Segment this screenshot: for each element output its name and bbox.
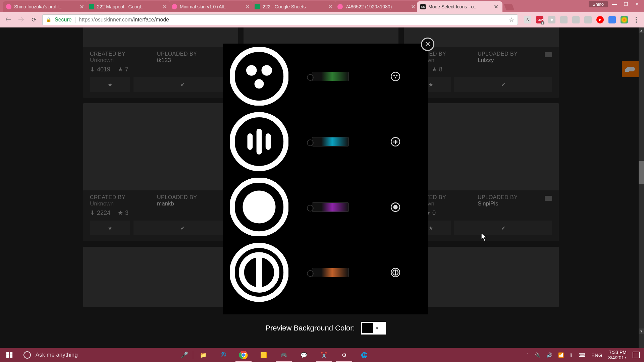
mode-icons-modal: ✕ [223, 44, 428, 314]
favicon-osu-icon [6, 4, 11, 9]
cortana-search[interactable]: Ask me anything 🎤 [19, 351, 193, 359]
svg-rect-15 [266, 133, 271, 150]
extension-generic-icon[interactable] [572, 16, 580, 23]
mode-taiko-swatch[interactable] [312, 202, 349, 212]
extension-translate-icon[interactable] [608, 16, 616, 23]
task-chrome[interactable] [233, 348, 254, 362]
extension-generic-icon[interactable] [584, 16, 592, 23]
task-line[interactable]: 💬 [294, 348, 314, 362]
svg-point-4 [232, 49, 286, 103]
action-center-icon[interactable] [633, 352, 640, 358]
svg-point-8 [391, 72, 400, 81]
tray-volume-icon[interactable]: 🔊 [546, 352, 552, 358]
svg-point-23 [393, 205, 397, 209]
forward-button[interactable]: 🡢 [17, 15, 25, 24]
favicon-sheets-icon [255, 4, 260, 9]
mic-icon[interactable]: 🎤 [181, 351, 188, 359]
svg-rect-31 [10, 352, 12, 355]
tab-label: Mode Select Icons - o... [428, 4, 491, 9]
start-button[interactable] [0, 348, 19, 362]
mode-taiko-mini-icon [391, 202, 400, 212]
close-icon[interactable] [411, 4, 416, 9]
svg-rect-19 [396, 140, 397, 143]
tray-bluetooth-icon[interactable]: ᛒ [570, 352, 573, 358]
close-icon[interactable] [494, 4, 498, 9]
tab-222-sheets[interactable]: 222 - Google Sheets [251, 1, 337, 12]
back-button[interactable]: 🡠 [4, 15, 13, 24]
mode-mania-swatch[interactable] [312, 137, 349, 146]
new-tab-button[interactable] [504, 4, 514, 10]
tab-label: 7486522 (644×362) [345, 4, 408, 9]
tray-wifi-icon[interactable]: 📶 [558, 352, 564, 358]
svg-point-6 [262, 65, 272, 76]
extension-youtube-icon[interactable]: ▶ [596, 16, 604, 23]
mode-taiko-icon [230, 178, 288, 236]
extension-abp-icon[interactable]: ABP [536, 16, 543, 23]
tray-keyboard-icon[interactable]: ⌨ [579, 352, 585, 358]
tab-label: Shino Inuzuka's profil... [14, 4, 77, 9]
tab-label: Minimal skin v1.0 (All... [180, 4, 243, 9]
titlebar: Shino Inuzuka's profil... 222 Mappool - … [0, 0, 644, 12]
chrome-user-chip[interactable]: Shino [589, 1, 608, 7]
tab-image[interactable]: 7486522 (644×362) [334, 1, 420, 12]
close-icon[interactable] [79, 4, 84, 9]
extension-download-icon[interactable] [621, 16, 628, 23]
mode-osu-swatch[interactable] [312, 72, 349, 81]
close-icon[interactable] [245, 4, 250, 9]
extension-privacy-icon[interactable]: ◆ [548, 16, 555, 23]
mode-catch-swatch[interactable] [312, 268, 349, 277]
mode-osu-icon [230, 47, 288, 106]
task-discord[interactable]: 🎮 [274, 348, 294, 362]
reload-button[interactable]: ⟳ [30, 15, 38, 24]
address-bar[interactable]: 🔒 Secure https://osuskinner.com/interfac… [42, 14, 518, 25]
tab-mappool[interactable]: 222 Mappool - Googl... [86, 1, 171, 12]
minimize-button[interactable]: — [610, 1, 619, 7]
maximize-button[interactable]: ❐ [621, 1, 631, 7]
task-steam[interactable]: ⚙ [334, 348, 354, 362]
close-icon[interactable] [162, 4, 167, 9]
tab-minimal-skin[interactable]: Minimal skin v1.0 (All... [168, 1, 254, 12]
task-snip[interactable]: ✂️ [314, 348, 334, 362]
svg-point-11 [395, 77, 396, 78]
favicon-osu-icon [337, 4, 343, 9]
scrollbar-up-button[interactable]: ▲ [639, 27, 644, 33]
svg-rect-14 [257, 129, 262, 155]
mode-osu-mini-icon [391, 72, 400, 81]
divider [75, 17, 75, 23]
tray-language[interactable]: ENG [591, 352, 602, 358]
extensions: S ABP ◆ ▶ [522, 16, 640, 23]
window-close-button[interactable]: ✕ [633, 1, 642, 7]
svg-rect-32 [6, 355, 9, 358]
close-icon[interactable] [328, 4, 333, 9]
tray-chevron-up-icon[interactable]: ˄ [526, 352, 529, 358]
taskbar: Ask me anything 🎤 📁 Ⓢ 🟨 🎮 💬 ✂️ ⚙ 🌐 ˄ 🔌 🔊… [0, 348, 644, 362]
mode-mania-mini-icon [391, 137, 400, 146]
tab-shino-profile[interactable]: Shino Inuzuka's profil... [3, 1, 88, 12]
window-controls: Shino — ❐ ✕ [589, 1, 642, 7]
mode-catch-mini-icon [391, 268, 400, 277]
mode-row-osu [223, 44, 428, 109]
svg-rect-17 [393, 140, 394, 143]
page-scrollbar-thumb[interactable] [639, 161, 644, 184]
chrome-menu-button[interactable] [633, 17, 640, 23]
tray-clock[interactable]: 7:33 PM 3/4/2017 [608, 350, 627, 360]
task-sticky-notes[interactable]: 🟨 [254, 348, 274, 362]
extension-generic-icon[interactable] [560, 16, 568, 23]
tab-label: 222 Mappool - Googl... [97, 4, 160, 9]
svg-point-21 [243, 191, 276, 224]
extension-s-icon[interactable]: S [524, 16, 531, 23]
tray-power-icon[interactable]: 🔌 [535, 352, 540, 358]
mode-catch-icon [230, 243, 288, 302]
modal-close-button[interactable]: ✕ [421, 38, 434, 51]
task-edge[interactable]: 🌐 [354, 348, 374, 362]
bookmark-star-icon[interactable]: ☆ [509, 16, 514, 23]
tab-mode-select-icons[interactable]: OS Mode Select Icons - o... [417, 1, 502, 12]
preview-color-select[interactable]: ▼ [361, 322, 386, 335]
task-explorer[interactable]: 📁 [193, 348, 213, 362]
task-skype[interactable]: Ⓢ [213, 348, 233, 362]
svg-point-5 [246, 65, 257, 76]
scrollbar-down-button[interactable]: ▼ [639, 328, 644, 334]
search-placeholder: Ask me anything [36, 352, 78, 358]
windows-icon [6, 351, 13, 359]
page-scrollbar-track[interactable] [639, 27, 644, 348]
